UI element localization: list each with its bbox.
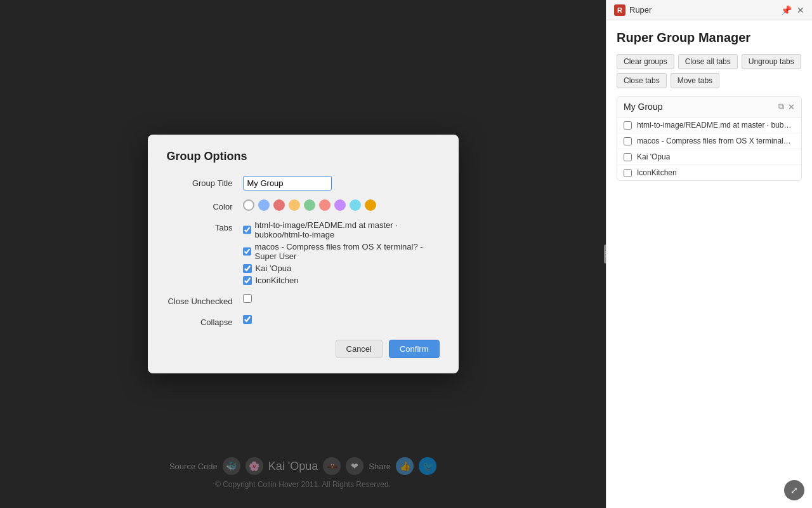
- group-tab-label-4: IconKitchen: [637, 168, 677, 177]
- expand-button[interactable]: ⤢: [784, 480, 804, 500]
- color-content: [243, 199, 440, 211]
- close-tabs-button[interactable]: Close tabs: [617, 73, 667, 88]
- close-unchecked-content: [243, 294, 440, 303]
- color-yellow[interactable]: [289, 199, 300, 211]
- group-tab-checkbox-4[interactable]: [624, 169, 632, 177]
- tab-item-4[interactable]: IconKitchen: [243, 276, 440, 285]
- group-tab-3: Kai 'Opua: [617, 149, 801, 165]
- panel-body: Ruper Group Manager Clear groups Close a…: [606, 20, 812, 508]
- group-card-header: My Group ⧉ ✕: [617, 97, 801, 117]
- tabs-content: html-to-image/README.md at master · bubk…: [243, 220, 440, 285]
- close-all-tabs-button[interactable]: Close all tabs: [678, 54, 738, 69]
- color-cyan[interactable]: [350, 199, 361, 211]
- color-orange[interactable]: [365, 199, 376, 211]
- tab-item-3[interactable]: Kai 'Opua: [243, 264, 440, 273]
- tab-label-4: IconKitchen: [256, 276, 299, 285]
- tabs-label: Tabs: [167, 220, 243, 232]
- color-purple[interactable]: [334, 199, 346, 211]
- group-title-label: Group Title: [167, 176, 243, 188]
- panel-titlebar: R Ruper 📌 ✕: [606, 0, 812, 20]
- color-pink[interactable]: [319, 199, 331, 211]
- group-options-dialog: Group Options Group Title Color: [148, 135, 459, 373]
- group-tab-label-2: macos - Compress files from OS X termina…: [637, 137, 795, 145]
- panel-toolbar: Clear groups Close all tabs Ungroup tabs…: [617, 54, 802, 88]
- group-tab-checkbox-1[interactable]: [624, 121, 632, 130]
- tab-label-1: html-to-image/README.md at master · bubk…: [255, 220, 440, 239]
- group-tab-checkbox-2[interactable]: [624, 137, 632, 145]
- panel-app-name: Ruper: [629, 5, 652, 15]
- panel-heading: Ruper Group Manager: [617, 30, 802, 45]
- group-card-actions: ⧉ ✕: [778, 102, 795, 112]
- color-label: Color: [167, 199, 243, 211]
- close-unchecked-label: Close Unchecked: [167, 294, 243, 306]
- group-title-row: Group Title: [167, 176, 440, 190]
- color-row: Color: [167, 199, 440, 211]
- collapse-row: Collapse: [167, 315, 440, 327]
- tabs-row: Tabs html-to-image/README.md at master ·…: [167, 220, 440, 285]
- group-title-content: [243, 176, 440, 190]
- color-blue[interactable]: [258, 199, 270, 211]
- ruper-app-icon: R: [614, 4, 625, 16]
- ungroup-tabs-button[interactable]: Ungroup tabs: [742, 54, 801, 69]
- color-swatches: [243, 199, 440, 211]
- collapse-content: [243, 315, 440, 324]
- group-card: My Group ⧉ ✕ html-to-image/README.md at …: [617, 96, 802, 181]
- tab-checkbox-1[interactable]: [243, 225, 251, 234]
- panel-title-left: R Ruper: [614, 4, 652, 16]
- tab-checkbox-4[interactable]: [243, 276, 252, 285]
- pin-icon[interactable]: 📌: [781, 5, 792, 15]
- close-panel-icon[interactable]: ✕: [797, 5, 804, 15]
- tab-list: html-to-image/README.md at master · bubk…: [243, 220, 440, 285]
- ruper-panel: R Ruper 📌 ✕ Ruper Group Manager Clear gr…: [606, 0, 812, 508]
- dialog-title: Group Options: [167, 150, 440, 163]
- tab-label-3: Kai 'Opua: [256, 264, 292, 273]
- tab-checkbox-2[interactable]: [243, 247, 251, 256]
- collapse-checkbox[interactable]: [243, 315, 252, 324]
- group-tab-label-1: html-to-image/README.md at master · bubk…: [637, 121, 795, 130]
- panel-titlebar-actions: 📌 ✕: [781, 5, 804, 15]
- color-green[interactable]: [304, 199, 315, 211]
- group-tab-1: html-to-image/README.md at master · bubk…: [617, 117, 801, 133]
- tab-item-1[interactable]: html-to-image/README.md at master · bubk…: [243, 220, 440, 239]
- tab-checkbox-3[interactable]: [243, 264, 252, 273]
- color-white[interactable]: [243, 199, 254, 211]
- dialog-buttons: Cancel Confirm: [167, 340, 440, 358]
- color-red[interactable]: [273, 199, 285, 211]
- group-tabs-list: html-to-image/README.md at master · bubk…: [617, 117, 801, 180]
- group-tab-2: macos - Compress files from OS X termina…: [617, 133, 801, 149]
- group-title-input[interactable]: [243, 176, 332, 190]
- move-tabs-button[interactable]: Move tabs: [671, 73, 719, 88]
- collapse-label: Collapse: [167, 315, 243, 327]
- close-unchecked-row: Close Unchecked: [167, 294, 440, 306]
- group-tab-checkbox-3[interactable]: [624, 153, 632, 161]
- tab-label-2: macos - Compress files from OS X termina…: [255, 242, 440, 261]
- group-close-icon[interactable]: ✕: [788, 102, 795, 112]
- group-tab-4: IconKitchen: [617, 165, 801, 180]
- group-edit-icon[interactable]: ⧉: [778, 102, 784, 112]
- cancel-button[interactable]: Cancel: [336, 340, 383, 358]
- clear-groups-button[interactable]: Clear groups: [617, 54, 674, 69]
- tab-item-2[interactable]: macos - Compress files from OS X termina…: [243, 242, 440, 261]
- close-unchecked-checkbox[interactable]: [243, 294, 252, 303]
- group-tab-label-3: Kai 'Opua: [637, 152, 670, 161]
- dialog-overlay: Group Options Group Title Color: [0, 0, 606, 508]
- group-card-title: My Group: [624, 102, 662, 112]
- confirm-button[interactable]: Confirm: [389, 340, 440, 358]
